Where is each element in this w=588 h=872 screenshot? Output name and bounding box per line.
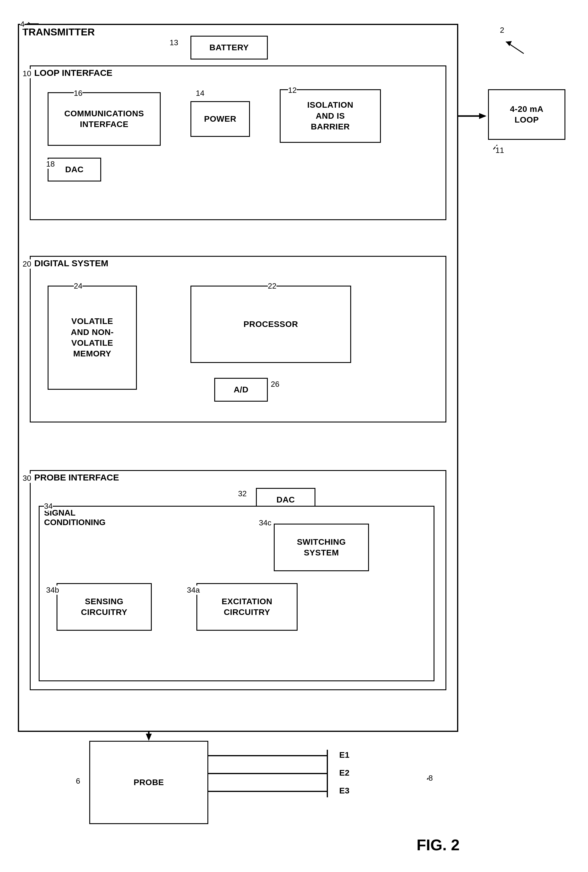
transmitter-label: TRANSMITTER [22, 26, 95, 38]
diagram: TRANSMITTER 4 BATTERY 13 LOOP INTERFACE … [0, 0, 588, 872]
processor-box: PROCESSOR [190, 286, 351, 363]
power-box: POWER [190, 101, 250, 137]
ref-34a: 34a [187, 586, 200, 595]
electrode-e3-label: E3 [339, 786, 350, 796]
signal-cond-label: SIGNAL CONDITIONING [44, 508, 106, 527]
switching-box: SWITCHING SYSTEM [274, 524, 369, 571]
dac-loop-box: DAC [48, 158, 101, 181]
ref-34: 34 [44, 502, 52, 511]
ref-16: 16 [74, 88, 82, 98]
probe-interface-label: PROBE INTERFACE [34, 472, 119, 482]
ref-8: 8 [429, 773, 433, 783]
ref-18: 18 [46, 159, 55, 169]
ref-4: 4 [20, 19, 24, 29]
ref-34b: 34b [46, 586, 59, 595]
ref-24: 24 [74, 282, 82, 291]
ref-12: 12 [288, 86, 297, 95]
excitation-box: EXCITATION CIRCUITRY [196, 583, 298, 631]
electrode-e2-label: E2 [339, 768, 350, 778]
electrode-e1-label: E1 [339, 750, 350, 760]
ref-30: 30 [22, 473, 31, 483]
ref-20: 20 [22, 259, 31, 269]
ad-box: A/D [214, 378, 268, 402]
probe-box: PROBE [89, 741, 208, 824]
svg-line-1 [506, 42, 524, 54]
figure-label: FIG. 2 [417, 836, 459, 854]
comm-interface-box: COMMUNICATIONS INTERFACE [48, 92, 161, 146]
ref-26: 26 [271, 380, 279, 389]
svg-marker-13 [146, 734, 152, 741]
ref-22: 22 [268, 282, 276, 291]
svg-marker-2 [506, 41, 512, 46]
svg-marker-16 [479, 113, 486, 119]
ref-32: 32 [238, 489, 247, 498]
loop-4-20-box: 4-20 mA LOOP [488, 89, 566, 140]
ref-6: 6 [76, 776, 80, 786]
isolation-box: ISOLATION AND IS BARRIER [280, 89, 381, 143]
battery-box: BATTERY [190, 36, 268, 60]
ref-2: 2 [500, 25, 504, 35]
ref-10: 10 [22, 69, 31, 78]
loop-interface-label: LOOP INTERFACE [34, 68, 112, 78]
ref-14: 14 [196, 88, 204, 98]
ref-11: 11 [495, 146, 504, 155]
memory-box: VOLATILE AND NON- VOLATILE MEMORY [48, 286, 137, 390]
ref-34c: 34c [259, 518, 272, 527]
sensing-box: SENSING CIRCUITRY [57, 583, 152, 631]
digital-system-label: DIGITAL SYSTEM [34, 258, 108, 268]
ref-13: 13 [170, 38, 178, 47]
